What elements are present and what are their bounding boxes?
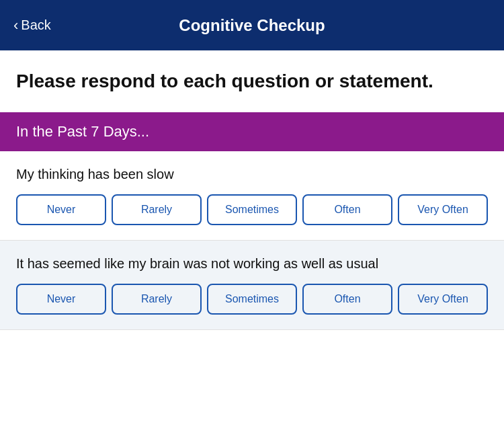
q1-often-button[interactable]: Often — [302, 194, 392, 225]
instruction-section: Please respond to each question or state… — [0, 50, 504, 112]
page-title: Cognitive Checkup — [179, 16, 325, 35]
q1-sometimes-button[interactable]: Sometimes — [207, 194, 297, 225]
question-1-text: My thinking has been slow — [16, 165, 488, 184]
question-2-text: It has seemed like my brain was not work… — [16, 254, 488, 273]
back-button[interactable]: ‹ Back — [13, 17, 51, 34]
question-block-1: My thinking has been slow Never Rarely S… — [0, 151, 504, 241]
header: ‹ Back Cognitive Checkup — [0, 0, 504, 50]
back-chevron-icon: ‹ — [13, 17, 18, 34]
q1-rarely-button[interactable]: Rarely — [112, 194, 202, 225]
back-label: Back — [21, 17, 50, 33]
q2-rarely-button[interactable]: Rarely — [112, 284, 202, 315]
response-options-2: Never Rarely Sometimes Often Very Often — [16, 284, 488, 315]
response-options-1: Never Rarely Sometimes Often Very Often — [16, 194, 488, 225]
q2-sometimes-button[interactable]: Sometimes — [207, 284, 297, 315]
q1-never-button[interactable]: Never — [16, 194, 106, 225]
q1-very-often-button[interactable]: Very Often — [398, 194, 488, 225]
q2-never-button[interactable]: Never — [16, 284, 106, 315]
section-header: In the Past 7 Days... — [0, 112, 504, 151]
section-header-text: In the Past 7 Days... — [16, 123, 149, 140]
instruction-text: Please respond to each question or state… — [16, 69, 488, 93]
q2-very-often-button[interactable]: Very Often — [398, 284, 488, 315]
question-block-2: It has seemed like my brain was not work… — [0, 241, 504, 330]
q2-often-button[interactable]: Often — [302, 284, 392, 315]
